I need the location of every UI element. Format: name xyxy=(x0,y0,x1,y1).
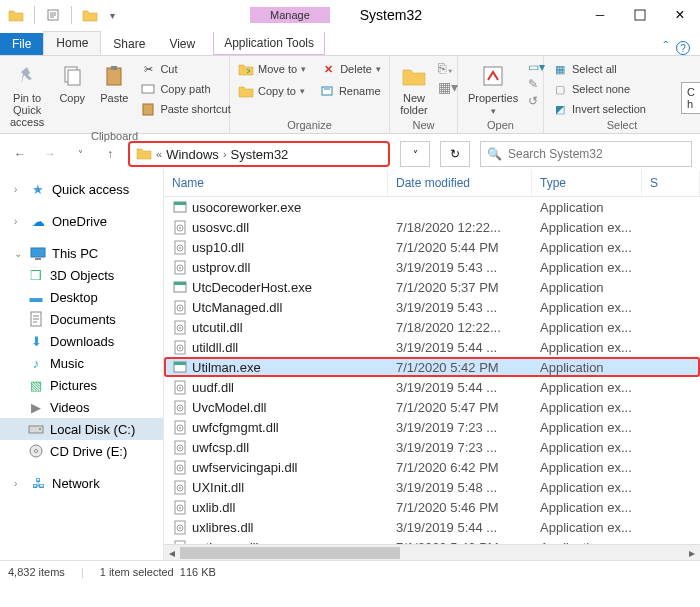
svg-rect-1 xyxy=(635,10,645,20)
horizontal-scrollbar[interactable]: ◂ ▸ xyxy=(164,544,700,560)
nav-videos[interactable]: ▶Videos xyxy=(0,396,163,418)
edit-icon[interactable]: ✎ xyxy=(528,77,545,91)
tab-view[interactable]: View xyxy=(157,33,207,55)
nav-network[interactable]: ›🖧Network xyxy=(0,472,163,494)
nav-documents[interactable]: Documents xyxy=(0,308,163,330)
qat-newfolder-icon[interactable] xyxy=(82,7,98,23)
nav-this-pc[interactable]: ⌄This PC xyxy=(0,242,163,264)
file-type: Application ex... xyxy=(532,299,642,316)
maximize-button[interactable] xyxy=(620,0,660,30)
nav-desktop[interactable]: ▬Desktop xyxy=(0,286,163,308)
move-to-button[interactable]: Move to▾ xyxy=(236,60,308,78)
col-type[interactable]: Type xyxy=(532,170,642,196)
file-row[interactable]: UXInit.dll3/19/2019 5:48 ...Application … xyxy=(164,477,700,497)
close-button[interactable]: × xyxy=(660,0,700,30)
col-name[interactable]: Name xyxy=(164,170,388,196)
nav-music[interactable]: ♪Music xyxy=(0,352,163,374)
scroll-thumb[interactable] xyxy=(180,547,400,559)
paste-button[interactable]: Paste xyxy=(96,60,132,106)
back-button[interactable]: ← xyxy=(8,142,32,166)
file-type: Application ex... xyxy=(532,439,642,456)
chevron-icon[interactable]: « xyxy=(156,148,162,160)
file-name: usosvc.dll xyxy=(192,220,249,235)
invert-selection-button[interactable]: ◩Invert selection xyxy=(550,100,648,118)
search-box[interactable]: 🔍 xyxy=(480,141,692,167)
file-date: 7/1/2020 5:44 PM xyxy=(388,239,532,256)
file-row[interactable]: UtcDecoderHost.exe7/1/2020 5:37 PMApplic… xyxy=(164,277,700,297)
forward-button[interactable]: → xyxy=(38,142,62,166)
new-item-icon[interactable]: ⎘▾ xyxy=(438,60,458,76)
file-row[interactable]: ustprov.dll3/19/2019 5:43 ...Application… xyxy=(164,257,700,277)
select-all-button[interactable]: ▦Select all xyxy=(550,60,648,78)
address-bar: ← → ˅ ↑ « Windows › System32 ˅ ↻ 🔍 xyxy=(0,138,700,170)
file-row[interactable]: uxtheme.dll7/1/2020 5:42 PMApplication e… xyxy=(164,537,700,544)
copy-to-button[interactable]: Copy to▾ xyxy=(236,82,307,100)
nav-quick-access[interactable]: ›★Quick access xyxy=(0,178,163,200)
crumb-system32[interactable]: System32 xyxy=(231,147,289,162)
paste-shortcut-button[interactable]: Paste shortcut xyxy=(138,100,232,118)
easy-access-icon[interactable]: ▦▾ xyxy=(438,79,458,95)
ribbon-help-icon[interactable]: ˆ ? xyxy=(654,39,700,56)
col-date[interactable]: Date modified xyxy=(388,170,532,196)
pin-to-quick-access-button[interactable]: Pin to Quick access xyxy=(6,60,48,130)
copy-path-button[interactable]: Copy path xyxy=(138,80,232,98)
file-row[interactable]: usocoreworker.exeApplication xyxy=(164,197,700,217)
file-icon xyxy=(172,499,188,515)
copy-button[interactable]: Copy xyxy=(54,60,90,106)
nav-local-disk-c[interactable]: Local Disk (C:) xyxy=(0,418,163,440)
moveto-icon xyxy=(238,61,254,77)
chevron-icon[interactable]: › xyxy=(223,148,227,160)
file-row[interactable]: uxlib.dll7/1/2020 5:46 PMApplication ex.… xyxy=(164,497,700,517)
file-row[interactable]: usosvc.dll7/18/2020 12:22...Application … xyxy=(164,217,700,237)
crumb-windows[interactable]: Windows xyxy=(166,147,219,162)
file-row[interactable]: utcutil.dll7/18/2020 12:22...Application… xyxy=(164,317,700,337)
file-row[interactable]: uwfcsp.dll3/19/2019 7:23 ...Application … xyxy=(164,437,700,457)
file-row[interactable]: usp10.dll7/1/2020 5:44 PMApplication ex.… xyxy=(164,237,700,257)
status-bar: 4,832 items | 1 item selected 116 KB xyxy=(0,560,700,582)
delete-button[interactable]: ✕Delete▾ xyxy=(318,60,383,78)
cut-button[interactable]: ✂Cut xyxy=(138,60,232,78)
search-input[interactable] xyxy=(508,147,685,161)
file-row[interactable]: uxlibres.dll3/19/2019 5:44 ...Applicatio… xyxy=(164,517,700,537)
scroll-left-icon[interactable]: ◂ xyxy=(164,545,180,560)
nav-pictures[interactable]: ▧Pictures xyxy=(0,374,163,396)
nav-cd-drive[interactable]: CD Drive (E:) xyxy=(0,440,163,462)
col-size[interactable]: S xyxy=(642,170,700,196)
nav-onedrive[interactable]: ›☁OneDrive xyxy=(0,210,163,232)
tab-home[interactable]: Home xyxy=(43,31,101,55)
open-icon[interactable]: ▭▾ xyxy=(528,60,545,74)
file-row[interactable]: uwfcfgmgmt.dll3/19/2019 7:23 ...Applicat… xyxy=(164,417,700,437)
svg-point-64 xyxy=(179,527,181,529)
file-row[interactable]: UvcModel.dll7/1/2020 5:47 PMApplication … xyxy=(164,397,700,417)
rename-button[interactable]: Rename xyxy=(317,82,383,100)
file-row[interactable]: UtcManaged.dll3/19/2019 5:43 ...Applicat… xyxy=(164,297,700,317)
new-folder-button[interactable]: New folder xyxy=(396,60,432,118)
qat-properties-icon[interactable] xyxy=(45,7,61,23)
select-none-button[interactable]: ▢Select none xyxy=(550,80,648,98)
properties-button[interactable]: Properties ▾ xyxy=(464,60,522,118)
file-row[interactable]: uwfservicingapi.dll7/1/2020 6:42 PMAppli… xyxy=(164,457,700,477)
address-box[interactable]: « Windows › System32 xyxy=(128,141,390,167)
history-icon[interactable]: ↺ xyxy=(528,94,545,108)
file-row[interactable]: utildll.dll3/19/2019 5:44 ...Application… xyxy=(164,337,700,357)
address-dropdown[interactable]: ˅ xyxy=(400,141,430,167)
tab-application-tools[interactable]: Application Tools xyxy=(213,32,325,55)
up-button[interactable]: ↑ xyxy=(98,142,122,166)
file-type: Application ex... xyxy=(532,219,642,236)
svg-rect-8 xyxy=(322,87,332,95)
tab-file[interactable]: File xyxy=(0,33,43,55)
tab-share[interactable]: Share xyxy=(101,33,157,55)
manage-tab-label[interactable]: Manage xyxy=(250,7,330,23)
file-row[interactable]: Utilman.exe7/1/2020 5:42 PMApplication xyxy=(164,357,700,377)
nav-3d-objects[interactable]: ❒3D Objects xyxy=(0,264,163,286)
svg-rect-7 xyxy=(143,104,153,115)
nav-downloads[interactable]: ⬇Downloads xyxy=(0,330,163,352)
file-row[interactable]: uudf.dll3/19/2019 5:44 ...Application ex… xyxy=(164,377,700,397)
svg-rect-10 xyxy=(31,248,45,257)
recent-dropdown[interactable]: ˅ xyxy=(68,142,92,166)
qat-dropdown-icon[interactable]: ▾ xyxy=(104,7,120,23)
minimize-button[interactable]: ─ xyxy=(580,0,620,30)
selectnone-icon: ▢ xyxy=(552,81,568,97)
refresh-button[interactable]: ↻ xyxy=(440,141,470,167)
scroll-right-icon[interactable]: ▸ xyxy=(684,545,700,560)
